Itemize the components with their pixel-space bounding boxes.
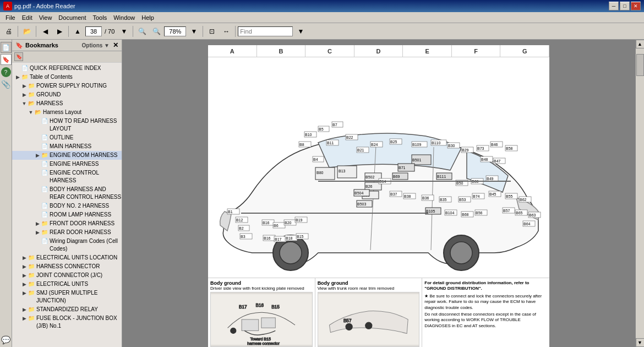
body-ground-subtitle-right: View with trunk room rear trim removed <box>318 286 420 291</box>
tree-item-fuse-box[interactable]: ▶ 📁 FUSE BLOCK - JUNCTION BOX (J/B) No.1 <box>12 314 122 330</box>
attachments-icon[interactable]: 📎 <box>1 79 11 89</box>
scroll-down-button[interactable]: ▼ <box>636 338 645 347</box>
icon-engine-room-harness: 📁 <box>41 151 48 159</box>
tree-item-outline[interactable]: 📄 OUTLINE <box>12 133 122 142</box>
tree-item-how-to-read[interactable]: 📄 HOW TO READ HARNESS LAYOUT <box>12 117 122 133</box>
fit-button[interactable]: ⊡ <box>205 25 219 38</box>
tree-item-engine-room-harness[interactable]: ▶ 📁 ENGINE ROOM HARNESS <box>12 151 122 160</box>
expand-engine-room-harness[interactable]: ▶ <box>34 151 41 159</box>
tree-item-harness-layout[interactable]: ▼ 📂 Harness Layout <box>12 108 122 117</box>
pdf-area[interactable]: A B C D E F G <box>122 40 635 347</box>
bookmarks-toolbar: 🔖 <box>12 51 122 63</box>
expand-toc[interactable]: ▶ <box>14 73 21 81</box>
tree-item-room-lamp[interactable]: 📄 ROOM LAMP HARNESS <box>12 210 122 219</box>
tree-item-main-harness[interactable]: 📄 MAIN HARNESS <box>12 142 122 151</box>
pdf-page: A B C D E F G <box>208 45 549 347</box>
find-input[interactable] <box>238 26 293 36</box>
svg-point-137 <box>231 328 236 333</box>
forward-button[interactable]: ▶ <box>53 25 66 38</box>
comment-icon[interactable]: 💬 <box>1 335 11 345</box>
expand-harness-layout[interactable]: ▼ <box>28 109 34 116</box>
tree-item-engine-control-harness[interactable]: 📄 ENGINE CONTROL HARNESS <box>12 169 122 185</box>
tree-item-power[interactable]: ▶ 📁 POWER SUPPLY ROUTING <box>12 82 122 90</box>
find-dropdown-button[interactable]: ▼ <box>294 25 307 38</box>
expand-elec-units[interactable]: ▶ <box>21 280 28 288</box>
tree-item-engine-harness[interactable]: 📄 ENGINE HARNESS <box>12 160 122 169</box>
expand-ground[interactable]: ▶ <box>21 91 28 99</box>
menu-view[interactable]: View <box>36 13 56 22</box>
prev-page-button[interactable]: ▲ <box>71 25 84 38</box>
tree-item-joint-conn[interactable]: ▶ 📁 JOINT CONNECTOR (J/C) <box>12 271 122 280</box>
svg-text:B38: B38 <box>404 194 411 198</box>
icon-quick-ref: 📄 <box>21 64 29 72</box>
expand-smj[interactable]: ▶ <box>21 289 28 297</box>
menu-document[interactable]: Document <box>55 13 89 22</box>
expand-power[interactable]: ▶ <box>21 82 28 90</box>
navigation-icon[interactable]: 📄 <box>1 42 12 53</box>
tree-item-body-harness[interactable]: 📄 BODY HARNESS AND REAR CONTROL HARNESS <box>12 185 122 202</box>
bookmarks-close-button[interactable]: ✕ <box>113 41 118 49</box>
expand-harness[interactable]: ▼ <box>21 100 28 107</box>
page-input[interactable]: 38 <box>85 26 102 36</box>
expand-front-door[interactable]: ▶ <box>34 220 41 227</box>
bookmarks-toolbar-icon[interactable]: 🔖 <box>14 52 23 61</box>
expand-fuse-box[interactable]: ▶ <box>21 315 28 322</box>
icon-engine-harness: 📄 <box>41 160 48 168</box>
zoom-out-button[interactable]: 🔍 <box>135 25 149 38</box>
zoom-dropdown-button[interactable]: ▼ <box>187 25 200 38</box>
close-button[interactable]: ✕ <box>631 2 641 10</box>
tree-item-body-no2[interactable]: 📄 BODY NO. 2 HARNESS <box>12 202 122 210</box>
scroll-track[interactable] <box>636 48 645 338</box>
menu-help[interactable]: Help <box>138 13 157 22</box>
body-ground-subtitle-left: Driver side view with front kicking plat… <box>210 286 313 291</box>
tree-item-harness-conn[interactable]: ▶ 📁 HARNESS CONNECTOR <box>12 262 122 271</box>
expand-elec-units-loc[interactable]: ▶ <box>21 254 28 262</box>
svg-text:B24: B24 <box>371 143 378 147</box>
tree-item-quick-ref[interactable]: 📄 QUICK REFERENCE INDEX <box>12 64 122 73</box>
tree-item-ground[interactable]: ▶ 📁 GROUND <box>12 90 122 99</box>
separator-3 <box>68 26 69 37</box>
minimize-button[interactable]: ─ <box>609 2 619 10</box>
tree-item-wiring-codes[interactable]: 📄 Wiring Diagram Codes (Cell Codes) <box>12 237 122 253</box>
expand-standardized[interactable]: ▶ <box>21 306 28 313</box>
tree-item-smj[interactable]: ▶ 📁 SMJ (SUPER MULTIPLE JUNCTION) <box>12 289 122 305</box>
scroll-thumb[interactable] <box>636 54 644 76</box>
label-harness: HARNESS <box>36 100 122 107</box>
maximize-button[interactable]: □ <box>620 2 630 10</box>
bookmarks-options-button[interactable]: Options ▼ <box>82 42 110 48</box>
toolbar: 🖨 📂 ◀ ▶ ▲ 38 / 70 ▼ 🔍 🔍 78% ▼ ⊡ ↔ ▼ <box>0 23 644 40</box>
expand-rear-door[interactable]: ▶ <box>34 229 41 236</box>
tree-item-toc[interactable]: ▶ 📁 Table of Contents <box>12 73 122 82</box>
window-title: pg.pdf - Adobe Reader <box>14 3 609 9</box>
expand-harness-conn[interactable]: ▶ <box>21 263 28 270</box>
tree-item-standardized[interactable]: ▶ 📁 STANDARDIZED RELAY <box>12 305 122 314</box>
tree-item-elec-units-loc[interactable]: ▶ 📁 ELECTRICAL UNITS LOCATION <box>12 253 122 262</box>
bookmarks-icon[interactable]: 🔖 <box>1 54 12 65</box>
tree-item-front-door[interactable]: ▶ 📁 FRONT DOOR HARNESS <box>12 219 122 228</box>
help-icon[interactable]: ? <box>1 67 11 77</box>
tree-item-elec-units[interactable]: ▶ 📁 ELECTRICAL UNITS <box>12 280 122 289</box>
svg-text:B29: B29 <box>462 148 469 152</box>
print-button[interactable]: 🖨 <box>2 25 15 38</box>
tree-item-rear-door[interactable]: ▶ 📁 REAR DOOR HARNESS <box>12 228 122 237</box>
menu-window[interactable]: Window <box>110 13 138 22</box>
scroll-up-button[interactable]: ▲ <box>636 40 645 48</box>
expand-body-harness <box>34 186 41 193</box>
menu-tools[interactable]: Tools <box>90 13 111 22</box>
menu-edit[interactable]: Edit <box>19 13 36 22</box>
fit-width-button[interactable]: ↔ <box>220 25 233 38</box>
icon-elec-units-loc: 📁 <box>28 254 35 262</box>
zoom-input[interactable]: 78% <box>164 26 186 36</box>
vertical-scrollbar[interactable]: ▲ ▼ <box>635 40 644 347</box>
expand-engine-control-harness <box>34 169 41 177</box>
zoom-in-button[interactable]: 🔍 <box>150 25 163 38</box>
next-page-button[interactable]: ▼ <box>117 25 130 38</box>
tree-item-harness[interactable]: ▼ 📂 HARNESS <box>12 99 122 108</box>
expand-engine-harness <box>34 160 41 168</box>
menu-file[interactable]: File <box>2 13 19 22</box>
svg-text:B25: B25 <box>390 140 397 144</box>
back-button[interactable]: ◀ <box>39 25 52 38</box>
separator-4 <box>133 26 133 37</box>
open-button[interactable]: 📂 <box>20 25 34 38</box>
expand-joint-conn[interactable]: ▶ <box>21 272 28 279</box>
